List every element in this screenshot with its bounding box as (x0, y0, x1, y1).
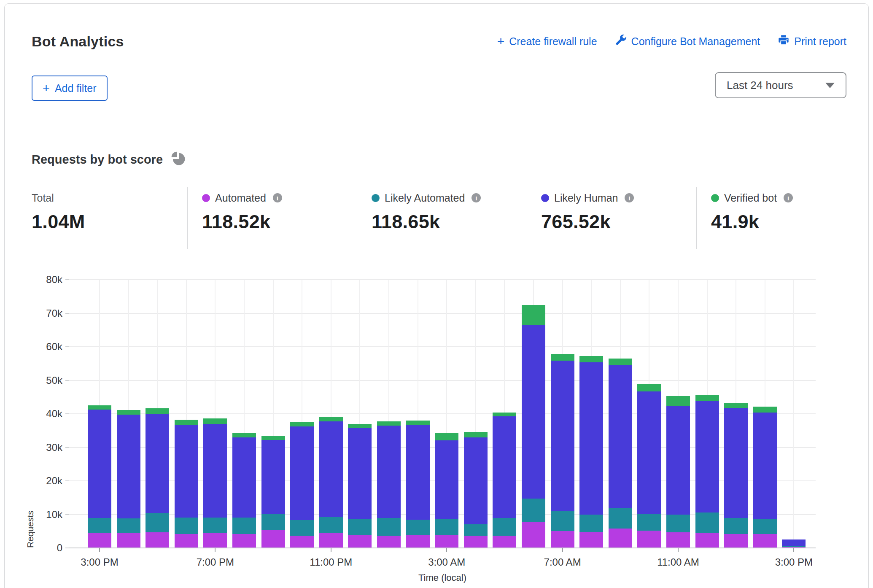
chart-bar[interactable] (666, 396, 690, 548)
bar-segment-likely-automated[interactable] (666, 515, 690, 532)
bar-segment-likely-automated[interactable] (290, 520, 314, 536)
bar-segment-likely-human[interactable] (175, 425, 198, 518)
bar-segment-likely-human[interactable] (435, 440, 458, 519)
bar-segment-verified-bot[interactable] (117, 410, 140, 415)
chart-bar[interactable] (724, 403, 748, 548)
info-icon[interactable]: i (625, 193, 634, 202)
bar-segment-likely-human[interactable] (637, 391, 661, 514)
bar-segment-automated[interactable] (493, 536, 516, 548)
bar-segment-likely-human[interactable] (464, 437, 488, 524)
bar-segment-likely-human[interactable] (666, 406, 690, 515)
bar-segment-verified-bot[interactable] (261, 436, 285, 440)
bar-segment-likely-automated[interactable] (493, 518, 516, 536)
bar-segment-likely-human[interactable] (724, 408, 748, 518)
bar-segment-likely-automated[interactable] (753, 519, 777, 534)
chart-bar[interactable] (522, 305, 545, 548)
bar-segment-verified-bot[interactable] (609, 359, 632, 365)
chart-bar[interactable] (609, 359, 632, 548)
bar-segment-automated[interactable] (175, 534, 198, 548)
bar-segment-likely-automated[interactable] (522, 499, 545, 522)
bar-segment-likely-human[interactable] (319, 421, 343, 517)
bar-segment-automated[interactable] (348, 535, 372, 548)
bar-segment-automated[interactable] (261, 530, 285, 548)
bar-segment-verified-bot[interactable] (146, 408, 169, 414)
bar-segment-automated[interactable] (753, 534, 777, 548)
bar-segment-likely-automated[interactable] (551, 511, 574, 531)
bar-segment-likely-human[interactable] (406, 425, 430, 520)
bar-segment-likely-automated[interactable] (88, 518, 111, 533)
bar-segment-automated[interactable] (637, 531, 661, 548)
bar-segment-likely-human[interactable] (753, 413, 777, 519)
bar-segment-verified-bot[interactable] (319, 417, 343, 421)
bar-segment-verified-bot[interactable] (435, 433, 458, 440)
info-icon[interactable]: i (472, 193, 481, 202)
bar-segment-automated[interactable] (290, 536, 314, 548)
bar-segment-automated[interactable] (406, 535, 430, 548)
configure-bot-management-link[interactable]: Configure Bot Management (615, 34, 760, 49)
chart-bar[interactable] (579, 356, 603, 548)
bar-segment-likely-human[interactable] (88, 410, 111, 518)
bar-segment-automated[interactable] (377, 536, 401, 548)
bar-segment-verified-bot[interactable] (551, 354, 574, 361)
bar-segment-verified-bot[interactable] (377, 421, 401, 426)
bar-segment-likely-human[interactable] (203, 424, 227, 518)
bar-segment-likely-automated[interactable] (435, 519, 458, 535)
bar-segment-automated[interactable] (232, 534, 256, 548)
bar-segment-likely-human[interactable] (261, 440, 285, 514)
bar-segment-verified-bot[interactable] (666, 396, 690, 406)
bar-segment-likely-automated[interactable] (117, 518, 140, 533)
bar-segment-likely-human[interactable] (609, 365, 632, 508)
chart-bar[interactable] (695, 395, 719, 548)
bar-segment-automated[interactable] (319, 533, 343, 548)
bar-segment-likely-human[interactable] (146, 414, 169, 513)
chart-bar[interactable] (261, 436, 285, 548)
bar-segment-automated[interactable] (88, 533, 111, 548)
chart-bar[interactable] (406, 421, 430, 548)
chart-bar[interactable] (88, 405, 111, 548)
info-icon[interactable]: i (273, 193, 282, 202)
chart-bar[interactable] (146, 408, 169, 548)
bar-segment-likely-human[interactable] (377, 426, 401, 518)
bar-segment-likely-human[interactable] (493, 416, 516, 518)
chart-bar[interactable] (551, 354, 574, 548)
bar-segment-likely-automated[interactable] (348, 519, 372, 535)
bar-segment-likely-automated[interactable] (377, 518, 401, 535)
bar-segment-automated[interactable] (724, 534, 748, 548)
bar-segment-verified-bot[interactable] (406, 421, 430, 425)
bar-segment-likely-automated[interactable] (637, 514, 661, 531)
bar-segment-automated[interactable] (203, 533, 227, 548)
bar-segment-verified-bot[interactable] (88, 405, 111, 410)
bar-segment-likely-automated[interactable] (464, 524, 488, 536)
bar-segment-verified-bot[interactable] (232, 433, 256, 437)
bar-segment-likely-human[interactable] (579, 362, 603, 515)
bar-segment-automated[interactable] (579, 532, 603, 548)
bar-segment-likely-automated[interactable] (579, 515, 603, 532)
bar-segment-automated[interactable] (695, 533, 719, 548)
chart-bar[interactable] (290, 422, 314, 548)
create-firewall-rule-link[interactable]: + Create firewall rule (497, 35, 597, 48)
bar-segment-likely-human[interactable] (782, 539, 806, 546)
bar-segment-likely-human[interactable] (522, 325, 545, 499)
bar-segment-verified-bot[interactable] (579, 356, 603, 363)
bar-segment-likely-human[interactable] (117, 415, 140, 518)
bar-segment-verified-bot[interactable] (522, 305, 545, 325)
bar-segment-likely-automated[interactable] (203, 518, 227, 533)
bar-segment-automated[interactable] (522, 522, 545, 548)
bar-segment-likely-automated[interactable] (319, 517, 343, 533)
chart-bar[interactable] (117, 410, 140, 548)
bar-segment-verified-bot[interactable] (175, 420, 198, 425)
chart-bar[interactable] (175, 420, 198, 548)
chart-bar[interactable] (377, 421, 401, 548)
bar-segment-likely-human[interactable] (348, 428, 372, 519)
bar-segment-likely-automated[interactable] (175, 518, 198, 534)
bar-segment-likely-automated[interactable] (261, 514, 285, 530)
bar-segment-likely-human[interactable] (232, 437, 256, 518)
chart-bar[interactable] (348, 424, 372, 548)
info-icon[interactable]: i (784, 193, 793, 202)
bar-segment-verified-bot[interactable] (493, 413, 516, 417)
bar-segment-automated[interactable] (435, 535, 458, 548)
bar-segment-verified-bot[interactable] (695, 395, 719, 401)
bar-segment-likely-automated[interactable] (146, 513, 169, 532)
chart-bar[interactable] (782, 539, 806, 548)
bar-segment-likely-automated[interactable] (609, 508, 632, 529)
